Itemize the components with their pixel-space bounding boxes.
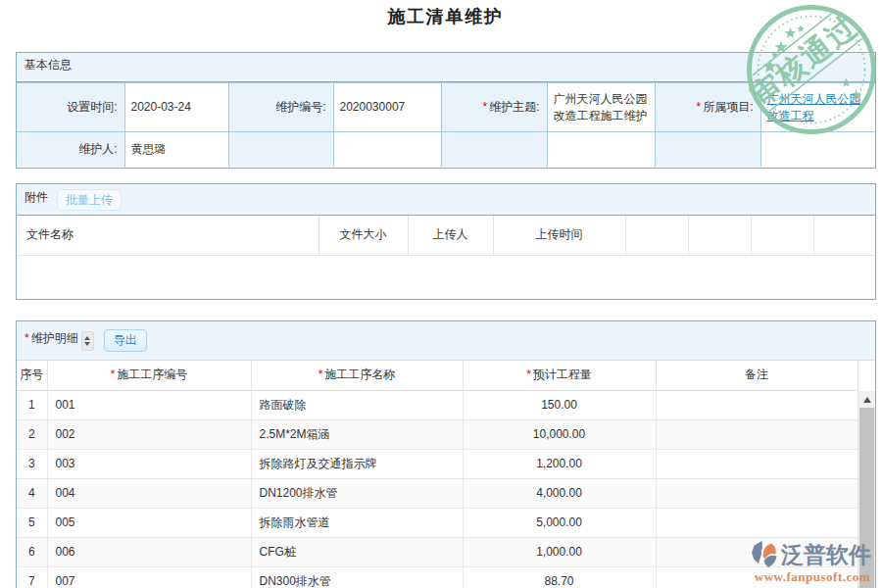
field-label: 设置时间:	[67, 100, 117, 114]
empty-label-cell	[655, 132, 760, 167]
project-link[interactable]: 广州天河人民公园改造工程	[767, 92, 861, 122]
col-empty	[625, 216, 688, 255]
details-table: 序号 *施工工序编号 *施工工序名称 *预计工程量 备注 1001路面破除150…	[17, 361, 858, 588]
cell-name: 路面破除	[251, 390, 463, 419]
basic-info-title: 基本信息	[17, 57, 72, 74]
vendor-brand-name: 泛普软件	[781, 543, 871, 566]
cell-code: 005	[47, 508, 251, 537]
column-label: 预计工程量	[533, 368, 592, 381]
cell-qty: 150.00	[463, 390, 656, 419]
cell-seq: 1	[17, 390, 47, 419]
details-section: *维护明细 导出 序号 *施工工序编号 *施工工序名称 *预计工程量 备注 10…	[16, 320, 876, 588]
cell-name: DN300排水管	[251, 566, 463, 588]
basic-info-table: 设置时间: 2020-03-24 维护编号: 2020030007 *维护主题:…	[17, 82, 875, 167]
cell-code: 007	[47, 566, 251, 588]
field-value: 2020030007	[340, 100, 406, 114]
col-file-name: 文件名称	[17, 216, 318, 255]
details-header: *维护明细 导出	[17, 321, 875, 361]
subject-value[interactable]: 广州天河人民公园改造工程施工维护	[547, 83, 655, 132]
cell-code: 003	[47, 449, 251, 478]
cell-name: CFG桩	[251, 537, 463, 566]
cell-code: 004	[47, 478, 251, 508]
cell-name: 拆除路灯及交通指示牌	[251, 449, 463, 478]
field-label: 所属项目:	[703, 100, 753, 114]
column-label: 施工工序名称	[324, 368, 395, 381]
required-mark: *	[111, 368, 116, 381]
export-button[interactable]: 导出	[104, 329, 147, 352]
cell-qty: 1,000.00	[463, 537, 656, 566]
empty-label-cell	[441, 132, 547, 167]
basic-info-header: 基本信息	[17, 53, 875, 82]
empty-value-cell	[760, 132, 875, 167]
cell-note	[656, 508, 858, 537]
maintainer-value[interactable]: 黄思璐	[124, 132, 228, 167]
scroll-up-button[interactable]	[858, 391, 875, 408]
empty-value-cell	[333, 132, 441, 167]
attachments-header: 附件 批量上传	[17, 184, 875, 216]
cell-qty: 1,200.00	[463, 449, 656, 478]
col-file-size: 文件大小	[318, 216, 408, 255]
cell-name: 2.5M*2M箱涵	[251, 419, 463, 449]
required-mark: *	[526, 368, 531, 381]
col-uploader: 上传人	[408, 216, 493, 255]
vendor-watermark: 泛普软件 www.fanpusoft.com	[751, 540, 874, 579]
cell-qty: 5,000.00	[463, 508, 656, 537]
col-code: *施工工序编号	[47, 361, 251, 390]
col-upload-time: 上传时间	[493, 216, 625, 255]
sort-icon[interactable]	[81, 331, 94, 351]
cell-seq: 4	[17, 478, 47, 508]
up-arrow-icon	[863, 397, 871, 403]
cell-seq: 7	[17, 566, 47, 588]
column-label: 施工工序编号	[117, 368, 187, 381]
required-mark: *	[696, 100, 701, 114]
project-value: 广州天河人民公园改造工程	[760, 83, 875, 132]
table-row[interactable]: 5005拆除雨水管道5,000.00	[17, 508, 858, 537]
cell-note	[656, 390, 858, 419]
col-seq: 序号	[17, 361, 47, 390]
table-row[interactable]: 4004DN1200排水管4,000.00	[17, 478, 858, 508]
cell-seq: 6	[17, 537, 47, 566]
table-row[interactable]: 7007DN300排水管88.70	[17, 566, 858, 588]
vendor-logo-icon	[751, 540, 780, 569]
vendor-website: www.fanpusoft.com	[751, 569, 874, 585]
section-title: 维护明细	[31, 331, 78, 345]
subject-label: *维护主题:	[441, 83, 547, 132]
basic-info-section: 基本信息 设置时间: 2020-03-24 维护编号: 2020030007 *…	[16, 52, 876, 169]
cell-code: 006	[47, 537, 251, 566]
field-value: 黄思璐	[131, 142, 167, 156]
cell-code: 002	[47, 419, 251, 449]
table-row[interactable]: 3003拆除路灯及交通指示牌1,200.00	[17, 449, 858, 478]
col-empty	[751, 216, 813, 255]
project-label: *所属项目:	[655, 83, 760, 132]
maintainer-label: 维护人:	[17, 132, 124, 167]
field-value: 广州天河人民公园改造工程施工维护	[554, 92, 648, 122]
empty-value-cell	[547, 132, 655, 167]
cell-qty: 88.70	[463, 566, 656, 588]
cell-note	[656, 449, 858, 478]
cell-qty: 4,000.00	[463, 478, 656, 508]
cell-seq: 2	[17, 419, 47, 449]
maint-no-label: 维护编号:	[228, 83, 333, 132]
required-mark: *	[318, 368, 323, 381]
empty-label-cell	[228, 132, 333, 167]
details-header-row: 序号 *施工工序编号 *施工工序名称 *预计工程量 备注	[17, 361, 858, 390]
field-value: 2020-03-24	[131, 100, 191, 114]
cell-seq: 3	[17, 449, 47, 478]
col-qty: *预计工程量	[463, 361, 656, 390]
attachments-table: 文件名称 文件大小 上传人 上传时间	[17, 216, 875, 256]
table-row[interactable]: 1001路面破除150.00	[17, 390, 858, 419]
cell-code: 001	[47, 390, 251, 419]
cell-name: DN1200排水管	[251, 478, 463, 508]
maint-no-value[interactable]: 2020030007	[333, 83, 441, 132]
table-row[interactable]: 20022.5M*2M箱涵10,000.00	[17, 419, 858, 449]
field-label: 维护主题:	[489, 100, 539, 114]
col-empty	[813, 216, 875, 255]
set-time-value[interactable]: 2020-03-24	[124, 83, 228, 132]
batch-upload-button[interactable]: 批量上传	[57, 189, 122, 211]
required-mark: *	[482, 100, 487, 114]
set-time-label: 设置时间:	[17, 83, 124, 132]
table-row[interactable]: 6006CFG桩1,000.00	[17, 537, 858, 566]
col-empty	[688, 216, 751, 255]
cell-note	[656, 419, 858, 449]
cell-name: 拆除雨水管道	[251, 508, 463, 537]
